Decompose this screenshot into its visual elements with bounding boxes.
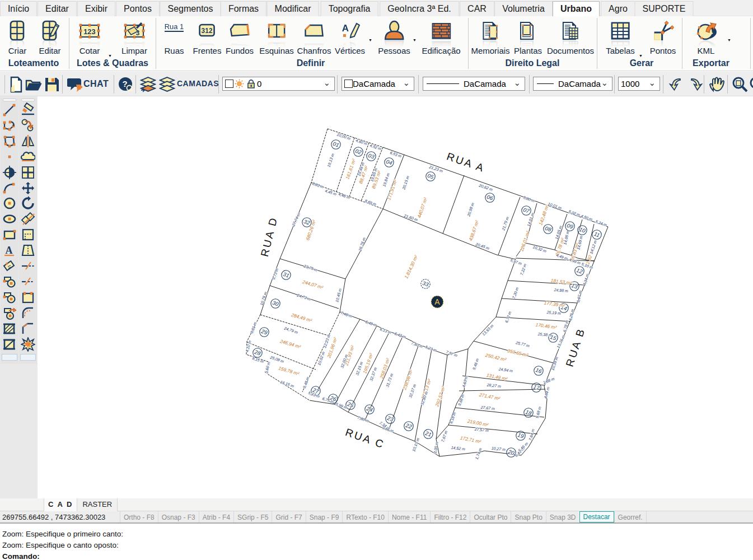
svg-text:06: 06	[486, 194, 494, 202]
svg-text:10,45 m: 10,45 m	[335, 288, 342, 302]
svg-text:32,37 m: 32,37 m	[408, 384, 417, 398]
svg-text:312: 312	[202, 27, 213, 35]
svg-text:4,63 m: 4,63 m	[461, 375, 468, 388]
svg-text:177,39 m²: 177,39 m²	[544, 300, 566, 308]
svg-text:5,60 m: 5,60 m	[264, 361, 270, 374]
svg-text:24,79 m: 24,79 m	[283, 326, 298, 334]
svg-text:6,13 m: 6,13 m	[380, 327, 392, 335]
svg-text:4,60 m: 4,60 m	[356, 138, 368, 146]
svg-text:142,48 m²: 142,48 m²	[537, 203, 550, 226]
svg-text:123: 123	[83, 27, 96, 36]
svg-text:7,20 m: 7,20 m	[512, 287, 520, 300]
svg-text:7,60 m: 7,60 m	[411, 341, 424, 349]
svg-text:126,01 m²: 126,01 m²	[518, 230, 531, 252]
svg-text:26,76 m: 26,76 m	[358, 237, 366, 252]
svg-text:9,48 m: 9,48 m	[302, 376, 310, 389]
svg-text:19,84 m: 19,84 m	[382, 172, 390, 187]
svg-text:A: A	[6, 245, 13, 256]
svg-text:10,38 m: 10,38 m	[550, 356, 559, 371]
svg-text:1,74 m: 1,74 m	[475, 447, 483, 460]
svg-text:131,49 m²: 131,49 m²	[486, 372, 508, 382]
svg-text:04: 04	[385, 158, 393, 166]
svg-text:10: 10	[578, 226, 586, 234]
svg-text:14,05 m: 14,05 m	[554, 225, 563, 240]
svg-text:7,80 m: 7,80 m	[357, 416, 370, 423]
svg-text:16,15 m: 16,15 m	[280, 380, 294, 388]
svg-text:25,77 m: 25,77 m	[515, 340, 530, 348]
svg-text:10,76 m: 10,76 m	[259, 291, 268, 306]
svg-text:7,64 m: 7,64 m	[528, 428, 535, 441]
svg-text:4,46 m: 4,46 m	[338, 192, 351, 200]
svg-text:A: A	[434, 297, 440, 306]
svg-text:14,01 m: 14,01 m	[526, 212, 535, 227]
svg-text:5,97 m: 5,97 m	[510, 258, 523, 266]
svg-text:27,74 m: 27,74 m	[291, 212, 301, 227]
svg-text:03: 03	[367, 152, 375, 160]
svg-text:181,53 m²: 181,53 m²	[550, 277, 573, 286]
svg-text:292,57 m²: 292,57 m²	[434, 385, 446, 408]
svg-text:7,67 m: 7,67 m	[441, 430, 448, 443]
svg-text:171,91 m²: 171,91 m²	[386, 178, 398, 200]
svg-text:RUA B: RUA B	[564, 326, 587, 368]
svg-text:20,62 m: 20,62 m	[478, 183, 493, 192]
svg-text:6,48 m: 6,48 m	[365, 320, 378, 328]
svg-text:14,69 m: 14,69 m	[577, 235, 583, 250]
svg-text:4,52 m: 4,52 m	[370, 143, 382, 151]
svg-text:9,73 m: 9,73 m	[272, 268, 279, 281]
svg-text:9,46 m: 9,46 m	[472, 358, 480, 371]
svg-text:1.814,30 m²: 1.814,30 m²	[403, 254, 419, 279]
svg-text:19,13 m: 19,13 m	[326, 153, 335, 167]
svg-text:09: 09	[566, 222, 574, 230]
svg-text:440,07 m²: 440,07 m²	[416, 196, 428, 218]
svg-text:7,34 m: 7,34 m	[582, 273, 589, 286]
svg-text:13: 13	[570, 282, 578, 290]
svg-text:32,15 m: 32,15 m	[355, 361, 363, 376]
svg-text:284,49 m²: 284,49 m²	[290, 312, 313, 324]
svg-text:05: 05	[427, 172, 434, 180]
svg-text:02: 02	[354, 148, 362, 156]
svg-text:170,46 m²: 170,46 m²	[535, 321, 558, 330]
svg-text:10,27 m: 10,27 m	[491, 446, 506, 452]
svg-text:6,42 m: 6,42 m	[394, 332, 407, 339]
svg-text:31: 31	[282, 271, 290, 279]
svg-text:438,67 m²: 438,67 m²	[467, 219, 480, 241]
svg-text:12: 12	[576, 267, 583, 275]
svg-text:25,38 m: 25,38 m	[537, 332, 552, 337]
svg-text:23,75 m: 23,75 m	[303, 264, 318, 272]
svg-text:250,42 m²: 250,42 m²	[484, 352, 507, 363]
svg-text:33: 33	[422, 280, 429, 288]
svg-text:RUA A: RUA A	[445, 150, 487, 174]
svg-text:5,80 m: 5,80 m	[523, 195, 536, 203]
svg-text:31,73 m: 31,73 m	[385, 373, 394, 388]
svg-text:219,00 m²: 219,00 m²	[466, 418, 489, 427]
svg-text:17: 17	[532, 384, 540, 391]
svg-text:4,29 m: 4,29 m	[568, 309, 574, 321]
svg-text:19: 19	[517, 432, 525, 440]
svg-text:07: 07	[522, 207, 530, 214]
svg-text:25,19 m: 25,19 m	[546, 310, 561, 315]
svg-text:10,00 m: 10,00 m	[336, 132, 351, 141]
svg-text:Rua 1: Rua 1	[165, 22, 184, 31]
svg-text:8,69 m: 8,69 m	[364, 199, 377, 207]
svg-text:5,02 m: 5,02 m	[568, 209, 581, 217]
svg-text:7,46 m: 7,46 m	[340, 311, 353, 319]
svg-text:24,94 m: 24,94 m	[498, 367, 513, 373]
svg-text:24,98 m: 24,98 m	[553, 288, 568, 293]
svg-text:353,65 m²: 353,65 m²	[507, 348, 529, 358]
svg-text:9,81 m: 9,81 m	[250, 321, 258, 334]
svg-text:16: 16	[535, 367, 542, 375]
svg-text:14,52 m: 14,52 m	[451, 446, 465, 451]
svg-text:5,24 m: 5,24 m	[595, 220, 608, 227]
svg-text:6,72 m: 6,72 m	[504, 311, 512, 324]
svg-text:08: 08	[544, 225, 552, 233]
svg-text:A: A	[342, 23, 349, 34]
svg-text:27,67 m: 27,67 m	[480, 405, 495, 410]
svg-text:6,07 m: 6,07 m	[576, 290, 582, 303]
svg-text:161,61 m²: 161,61 m²	[344, 157, 357, 180]
svg-text:28,27 m: 28,27 m	[486, 382, 501, 388]
svg-text:14,08 m: 14,08 m	[563, 230, 570, 245]
svg-text:RUA D: RUA D	[259, 215, 280, 258]
svg-text:8,83 m: 8,83 m	[312, 181, 325, 189]
svg-text:1,88 m: 1,88 m	[542, 377, 555, 385]
svg-text:30: 30	[272, 300, 279, 307]
